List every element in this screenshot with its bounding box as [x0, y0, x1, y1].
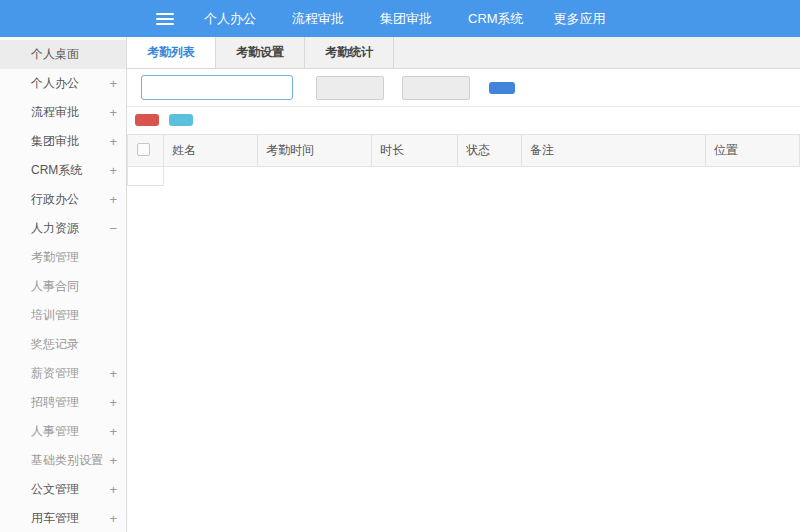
sidebar-item-salary-management[interactable]: 薪资管理+	[0, 359, 126, 388]
sidebar-item-label: 集团审批	[31, 133, 109, 150]
sidebar-item-label: 人事合同	[31, 278, 117, 295]
column-header: 位置	[706, 135, 800, 167]
nav-item-crm-system[interactable]: CRM系统	[462, 10, 524, 28]
tab-bar: 考勤列表考勤设置考勤统计	[127, 37, 800, 69]
column-header: 时长	[372, 135, 458, 167]
expand-plus-icon: +	[109, 483, 117, 496]
nav-item-label: 个人办公	[204, 10, 256, 28]
nav-item-group-approval[interactable]: 集团审批	[374, 10, 432, 28]
sidebar-submenu-human-resources: 考勤管理人事合同培训管理奖惩记录薪资管理+招聘管理+人事管理+基础类别设置+	[0, 243, 126, 475]
sidebar-item-label: 个人办公	[31, 75, 109, 92]
expand-plus-icon: +	[109, 135, 117, 148]
expand-plus-icon: +	[109, 193, 117, 206]
sidebar-item-admin-office[interactable]: 行政办公+	[0, 185, 126, 214]
hamburger-menu-icon[interactable]	[156, 10, 174, 28]
expand-plus-icon: +	[109, 425, 117, 438]
clean-data-button[interactable]	[135, 114, 159, 126]
expand-plus-icon: +	[109, 512, 117, 525]
filter-bar	[127, 69, 800, 107]
row-select-cell	[128, 167, 164, 186]
nav-item-label: 流程审批	[292, 10, 344, 28]
tab-attendance-settings[interactable]: 考勤设置	[216, 37, 305, 68]
nav-item-process-approval[interactable]: 流程审批	[286, 10, 344, 28]
sidebar-item-label: 基础类别设置	[31, 452, 109, 469]
nav-item-label: CRM系统	[468, 10, 524, 28]
sidebar-item-label: 行政办公	[31, 191, 109, 208]
tab-attendance-list[interactable]: 考勤列表	[127, 37, 216, 68]
sidebar-item-vehicle-management[interactable]: 用车管理+	[0, 504, 126, 532]
sidebar-item-reward-punishment-records[interactable]: 奖惩记录	[0, 330, 126, 359]
sidebar-item-label: 薪资管理	[31, 365, 109, 382]
sidebar-item-label: 招聘管理	[31, 394, 109, 411]
table-row	[128, 167, 800, 186]
sidebar-item-basic-category-settings[interactable]: 基础类别设置+	[0, 446, 126, 475]
sidebar-item-label: 人事管理	[31, 423, 109, 440]
sidebar-item-process-approval[interactable]: 流程审批+	[0, 98, 126, 127]
sidebar-item-personnel-management[interactable]: 人事管理+	[0, 417, 126, 446]
nav-item-personal-office[interactable]: 个人办公	[198, 10, 256, 28]
top-navigation: 个人办公流程审批集团审批CRM系统更多应用	[198, 10, 612, 28]
expand-plus-icon: +	[109, 164, 117, 177]
sidebar-item-label: 考勤管理	[31, 249, 117, 266]
top-header-bar: 个人办公流程审批集团审批CRM系统更多应用	[0, 0, 800, 37]
table-header-row: 姓名考勤时间时长状态备注位置	[128, 135, 800, 167]
collapse-minus-icon: −	[109, 222, 117, 235]
sidebar-item-recruitment-management[interactable]: 招聘管理+	[0, 388, 126, 417]
nav-item-more-apps[interactable]: 更多应用	[554, 10, 612, 28]
name-filter-input[interactable]	[141, 75, 293, 100]
expand-plus-icon: +	[109, 106, 117, 119]
attendance-table: 姓名考勤时间时长状态备注位置	[127, 134, 800, 186]
column-header: 状态	[458, 135, 522, 167]
sidebar-item-personal-desktop[interactable]: 个人桌面	[0, 40, 126, 69]
sidebar-item-label: 人力资源	[31, 220, 109, 237]
date-to-input[interactable]	[402, 76, 470, 100]
export-list-button[interactable]	[169, 114, 193, 126]
sidebar-item-training-management[interactable]: 培训管理	[0, 301, 126, 330]
body-row: 个人桌面个人办公+流程审批+集团审批+CRM系统+行政办公+人力资源−考勤管理人…	[0, 37, 800, 532]
action-bar	[127, 107, 800, 134]
attendance-table-wrap: 姓名考勤时间时长状态备注位置	[127, 134, 800, 532]
nav-item-label: 集团审批	[380, 10, 432, 28]
column-header: 考勤时间	[258, 135, 372, 167]
expand-plus-icon: +	[109, 367, 117, 380]
sidebar-item-document-management[interactable]: 公文管理+	[0, 475, 126, 504]
sidebar-item-label: 流程审批	[31, 104, 109, 121]
sidebar-item-label: 培训管理	[31, 307, 117, 324]
select-all-checkbox[interactable]	[137, 143, 150, 156]
sidebar-item-label: 公文管理	[31, 481, 109, 498]
select-all-header-cell	[128, 135, 164, 167]
column-header: 姓名	[164, 135, 258, 167]
sidebar-item-label: 用车管理	[31, 510, 109, 527]
column-header: 备注	[522, 135, 706, 167]
tab-attendance-statistics[interactable]: 考勤统计	[305, 37, 394, 68]
nav-item-label: 更多应用	[554, 10, 606, 28]
app-window: 个人办公流程审批集团审批CRM系统更多应用 个人桌面个人办公+流程审批+集团审批…	[0, 0, 800, 532]
sidebar-item-human-resources[interactable]: 人力资源−	[0, 214, 126, 243]
sidebar-item-label: 奖惩记录	[31, 336, 117, 353]
sidebar-item-label: 个人桌面	[31, 46, 117, 63]
sidebar-item-group-approval[interactable]: 集团审批+	[0, 127, 126, 156]
sidebar-item-hr-contract[interactable]: 人事合同	[0, 272, 126, 301]
expand-plus-icon: +	[109, 396, 117, 409]
sidebar-item-label: CRM系统	[31, 162, 109, 179]
table-body	[128, 167, 800, 186]
sidebar-item-crm-system[interactable]: CRM系统+	[0, 156, 126, 185]
expand-plus-icon: +	[109, 77, 117, 90]
query-button[interactable]	[489, 82, 515, 94]
date-from-input[interactable]	[316, 76, 384, 100]
expand-plus-icon: +	[109, 454, 117, 467]
sidebar-item-personal-office[interactable]: 个人办公+	[0, 69, 126, 98]
sidebar-menu: 个人桌面个人办公+流程审批+集团审批+CRM系统+行政办公+人力资源−考勤管理人…	[0, 37, 127, 532]
main-content: 考勤列表考勤设置考勤统计 姓	[127, 37, 800, 532]
sidebar-item-attendance-management[interactable]: 考勤管理	[0, 243, 126, 272]
